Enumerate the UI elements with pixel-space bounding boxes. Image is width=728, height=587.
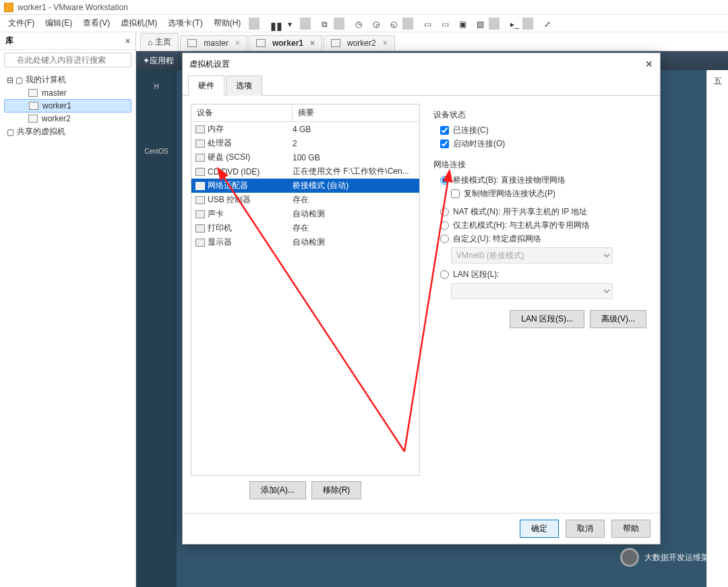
remove-device-button[interactable]: 移除(R)	[311, 481, 362, 499]
layout4-icon[interactable]: ▧	[471, 18, 483, 30]
tool-icon-1[interactable]: ⧉	[316, 18, 328, 30]
library-title: 库	[5, 35, 13, 47]
tree-item-worker2[interactable]: worker2	[4, 113, 131, 125]
hostonly-radio[interactable]	[440, 221, 449, 230]
custom-radio[interactable]	[440, 235, 449, 243]
hdd-icon	[195, 154, 205, 162]
menu-edit[interactable]: 编辑(E)	[40, 16, 78, 31]
device-row-cpu[interactable]: 处理器2	[191, 136, 419, 150]
connect-poweron-checkbox[interactable]	[440, 140, 449, 148]
disc-icon	[195, 168, 205, 176]
device-row-memory[interactable]: 内存4 GB	[191, 122, 419, 136]
fullscreen-icon[interactable]: ⤢	[539, 18, 551, 30]
network-icon	[195, 182, 205, 190]
device-row-usb[interactable]: USB 控制器存在	[191, 193, 419, 207]
menu-file[interactable]: 文件(F)	[3, 16, 40, 31]
usb-icon	[195, 196, 205, 204]
menu-tabs[interactable]: 选项卡(T)	[162, 16, 208, 31]
tab-home[interactable]: ⌂ 主页	[140, 33, 179, 51]
device-row-sound[interactable]: 声卡自动检测	[191, 207, 419, 221]
tree-shared-vms[interactable]: ▢共享的虚拟机	[4, 125, 131, 139]
custom-vmnet-select: VMnet0 (桥接模式)	[451, 247, 613, 264]
tab-worker2[interactable]: worker2×	[324, 35, 395, 51]
guest-dock: H CentOS	[136, 70, 177, 587]
display-icon	[195, 239, 205, 247]
sound-icon	[195, 210, 205, 218]
close-icon[interactable]: ×	[310, 38, 315, 48]
play-icon[interactable]: ▮▮	[265, 18, 277, 30]
col-device[interactable]: 设备	[191, 104, 293, 121]
snapshot2-icon[interactable]: ◶	[367, 18, 380, 30]
dialog-tab-options[interactable]: 选项	[226, 75, 262, 96]
nat-radio[interactable]	[440, 208, 449, 216]
dialog-close-icon[interactable]: ✕	[645, 59, 653, 69]
lan-segment-radio[interactable]	[440, 270, 449, 279]
vm-icon	[28, 89, 38, 97]
menu-help[interactable]: 帮助(H)	[208, 16, 247, 31]
lan-segments-button[interactable]: LAN 区段(S)...	[510, 310, 584, 328]
snapshot-icon[interactable]: ◷	[350, 18, 362, 30]
window-title: worker1 - VMware Workstation	[18, 3, 128, 12]
tab-worker1[interactable]: worker1×	[249, 35, 322, 51]
layout3-icon[interactable]: ▣	[454, 18, 466, 30]
layout1-icon[interactable]: ▭	[419, 18, 431, 30]
close-icon[interactable]: ×	[383, 38, 388, 48]
watermark: 大数据开发运维架构	[620, 548, 717, 567]
device-list: 设备 摘要 内存4 GB 处理器2 硬盘 (SCSI)100 GB CD/DVD…	[191, 104, 420, 476]
lan-segment-select	[451, 283, 613, 299]
close-icon[interactable]: ×	[235, 38, 240, 48]
dialog-title: 虚拟机设置	[189, 59, 230, 70]
vm-tabs: ⌂ 主页 master× worker1× worker2×	[136, 32, 728, 51]
snapshot3-icon[interactable]: ◵	[385, 18, 397, 30]
library-panel: 库 × ⊟ ▢我的计算机 master worker1 worker2 ▢共享的…	[0, 32, 136, 587]
device-row-cddvd[interactable]: CD/DVD (IDE)正在使用文件 F:\工作软件\Cen...	[191, 164, 419, 179]
add-device-button[interactable]: 添加(A)...	[249, 481, 306, 499]
wechat-icon	[620, 548, 639, 567]
tree-item-master[interactable]: master	[4, 87, 131, 99]
device-row-hdd[interactable]: 硬盘 (SCSI)100 GB	[191, 150, 419, 164]
cpu-icon	[195, 140, 205, 148]
advanced-button[interactable]: 高级(V)...	[590, 310, 646, 328]
network-connection-label: 网络连接	[433, 159, 646, 171]
memory-icon	[195, 125, 205, 133]
library-search-input[interactable]	[4, 53, 131, 67]
library-close-icon[interactable]: ×	[125, 36, 130, 46]
dropdown-icon[interactable]: ▾	[282, 18, 295, 30]
menu-vm[interactable]: 虚拟机(M)	[115, 16, 162, 31]
ok-button[interactable]: 确定	[520, 520, 559, 538]
vm-settings-dialog: 虚拟机设置 ✕ 硬件 选项 设备 摘要 内存4 GB 处理器2 硬盘 (SCSI…	[182, 53, 661, 545]
library-tree: ⊟ ▢我的计算机 master worker1 worker2 ▢共享的虚拟机	[0, 70, 135, 587]
tab-master[interactable]: master×	[180, 35, 247, 51]
layout2-icon[interactable]: ▭	[436, 18, 448, 30]
printer-icon	[195, 224, 205, 233]
tree-item-worker1[interactable]: worker1	[4, 99, 131, 113]
vm-icon	[28, 115, 38, 123]
connected-checkbox[interactable]	[440, 126, 449, 135]
replicate-checkbox[interactable]	[451, 189, 460, 198]
help-button[interactable]: 帮助	[611, 520, 650, 538]
device-row-printer[interactable]: 打印机存在	[191, 221, 419, 235]
device-status-label: 设备状态	[433, 109, 646, 121]
tree-root-mycomputer[interactable]: ⊟ ▢我的计算机	[4, 73, 131, 87]
rightpad: 五	[706, 70, 728, 587]
device-row-display[interactable]: 显示器自动检测	[191, 235, 419, 249]
settings-panel: 设备状态 已连接(C) 启动时连接(O) 网络连接 桥接模式(B): 直接连接物…	[428, 104, 652, 505]
window-titlebar: worker1 - VMware Workstation	[0, 0, 728, 15]
dialog-tab-hardware[interactable]: 硬件	[188, 75, 224, 96]
app-icon	[4, 3, 13, 12]
device-row-network[interactable]: 网络适配器桥接模式 (自动)	[191, 179, 419, 193]
col-summary[interactable]: 摘要	[293, 104, 419, 121]
menubar: 文件(F) 编辑(E) 查看(V) 虚拟机(M) 选项卡(T) 帮助(H) ▮▮…	[0, 15, 728, 32]
menu-view[interactable]: 查看(V)	[78, 16, 115, 31]
vm-icon	[29, 102, 38, 110]
cancel-button[interactable]: 取消	[566, 520, 605, 538]
bridged-radio[interactable]	[440, 176, 449, 185]
console-icon[interactable]: ▸_	[505, 18, 517, 30]
